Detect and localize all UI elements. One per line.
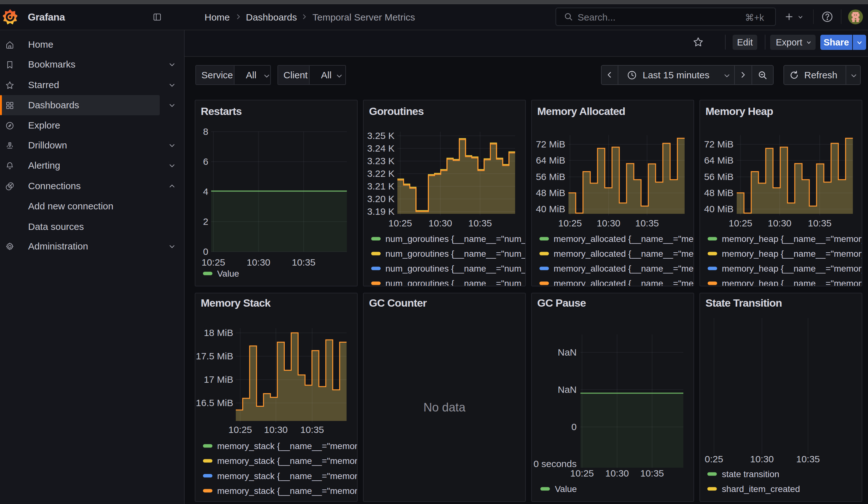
svg-text:memory_allocated {__name__="me: memory_allocated {__name__="memo xyxy=(554,264,693,274)
svg-text:72 MiB: 72 MiB xyxy=(704,139,734,150)
svg-text:memory_heap {__name__="memory_: memory_heap {__name__="memory_h xyxy=(722,264,862,274)
svg-text:memory_heap {__name__="memory_: memory_heap {__name__="memory_h xyxy=(722,249,862,259)
svg-text:0: 0 xyxy=(571,422,577,432)
svg-text:48 MiB: 48 MiB xyxy=(704,187,734,198)
svg-text:10:35: 10:35 xyxy=(640,468,664,479)
svg-text:10:25: 10:25 xyxy=(202,257,225,267)
svg-text:56 MiB: 56 MiB xyxy=(536,172,565,182)
svg-text:3.21 K: 3.21 K xyxy=(367,181,394,192)
svg-text:10:30: 10:30 xyxy=(605,468,629,479)
svg-text:72 MiB: 72 MiB xyxy=(536,139,565,150)
svg-text:40 MiB: 40 MiB xyxy=(704,204,734,214)
svg-text:3.23 K: 3.23 K xyxy=(367,156,394,166)
svg-text:10:25: 10:25 xyxy=(228,424,252,435)
svg-text:10:35: 10:35 xyxy=(468,218,492,228)
svg-text:4: 4 xyxy=(203,186,208,197)
svg-text:10:35: 10:35 xyxy=(808,218,831,228)
svg-text:10:25: 10:25 xyxy=(728,218,752,228)
svg-text:64 MiB: 64 MiB xyxy=(704,155,734,165)
svg-text:56 MiB: 56 MiB xyxy=(704,172,734,182)
svg-text:2: 2 xyxy=(203,216,208,227)
svg-text:3.20 K: 3.20 K xyxy=(367,194,394,204)
svg-text:memory_stack {__name__="memory: memory_stack {__name__="memory_s xyxy=(217,456,357,466)
svg-text:0: 0 xyxy=(203,246,208,257)
svg-text:10:30: 10:30 xyxy=(428,218,452,228)
svg-text:48 MiB: 48 MiB xyxy=(536,187,565,198)
svg-text:num_goroutines {__name__="num_: num_goroutines {__name__="num_gor xyxy=(385,234,525,244)
svg-text:memory_allocated {__name__="me: memory_allocated {__name__="memo xyxy=(554,249,693,259)
svg-text:10:35: 10:35 xyxy=(292,257,315,267)
svg-text:NaN: NaN xyxy=(558,347,577,358)
svg-text:16.5 MiB: 16.5 MiB xyxy=(196,398,233,408)
svg-text:memory_stack {__name__="memory: memory_stack {__name__="memory_s xyxy=(217,486,357,496)
svg-text:6: 6 xyxy=(203,156,208,167)
svg-text:memory_heap {__name__="memory_: memory_heap {__name__="memory_h xyxy=(722,234,862,244)
svg-text:0:25: 0:25 xyxy=(705,454,723,464)
svg-text:64 MiB: 64 MiB xyxy=(536,155,565,165)
svg-text:17.5 MiB: 17.5 MiB xyxy=(196,351,233,361)
svg-text:10:30: 10:30 xyxy=(750,454,774,464)
svg-text:18 MiB: 18 MiB xyxy=(204,328,233,338)
svg-text:Value: Value xyxy=(217,269,239,278)
svg-text:10:30: 10:30 xyxy=(597,218,620,228)
svg-text:memory_allocated {__name__="me: memory_allocated {__name__="memo xyxy=(554,234,693,244)
svg-text:memory_allocated {__name__="me: memory_allocated {__name__="memo xyxy=(554,278,693,286)
svg-text:state transition: state transition xyxy=(722,469,779,479)
svg-text:40 MiB: 40 MiB xyxy=(536,204,565,214)
svg-text:10:30: 10:30 xyxy=(264,424,288,435)
svg-text:0 seconds: 0 seconds xyxy=(534,459,577,469)
svg-text:10:25: 10:25 xyxy=(388,218,412,228)
svg-text:3.19 K: 3.19 K xyxy=(367,206,394,217)
svg-text:memory_stack {__name__="memory: memory_stack {__name__="memory_s xyxy=(217,471,357,481)
svg-text:3.24 K: 3.24 K xyxy=(367,143,394,154)
svg-text:NaN: NaN xyxy=(558,384,577,395)
svg-text:num_goroutines {__name__="num_: num_goroutines {__name__="num_gor xyxy=(385,249,525,259)
svg-text:8: 8 xyxy=(203,126,208,137)
svg-text:memory_stack {__name__="memory: memory_stack {__name__="memory_s xyxy=(217,441,357,451)
svg-text:10:35: 10:35 xyxy=(635,218,659,228)
svg-text:Value: Value xyxy=(555,484,577,494)
svg-text:10:25: 10:25 xyxy=(558,218,582,228)
svg-text:num_goroutines {__name__="num_: num_goroutines {__name__="num_gor xyxy=(385,278,525,286)
svg-text:3.25 K: 3.25 K xyxy=(367,131,394,141)
svg-text:10:35: 10:35 xyxy=(796,454,820,464)
svg-text:10:35: 10:35 xyxy=(300,424,324,435)
svg-text:17 MiB: 17 MiB xyxy=(204,374,233,384)
svg-text:10:25: 10:25 xyxy=(570,468,594,479)
svg-text:memory_heap {__name__="memory_: memory_heap {__name__="memory_h xyxy=(722,278,862,286)
svg-text:3.22 K: 3.22 K xyxy=(367,168,394,179)
svg-text:10:30: 10:30 xyxy=(247,257,270,267)
svg-text:shard_item_created: shard_item_created xyxy=(722,484,800,494)
svg-text:10:30: 10:30 xyxy=(768,218,791,228)
svg-text:num_goroutines {__name__="num_: num_goroutines {__name__="num_gor xyxy=(385,264,525,274)
